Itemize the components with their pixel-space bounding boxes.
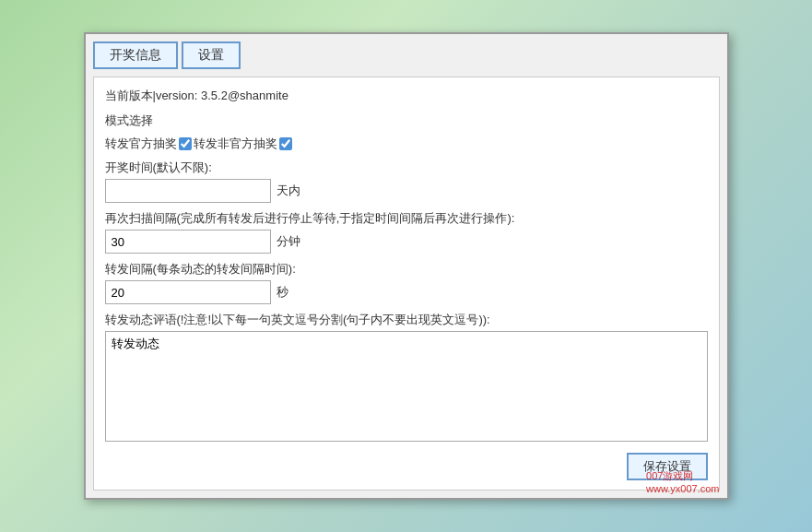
time-input-row: 天内 [105, 179, 708, 203]
mode-label: 模式选择 [105, 112, 708, 131]
kajiang-info-button[interactable]: 开奖信息 [93, 41, 178, 69]
forward-interval-input[interactable] [105, 280, 271, 304]
time-input[interactable] [105, 179, 271, 203]
unofficial-lottery-checkbox[interactable] [279, 137, 292, 150]
main-window: 开奖信息 设置 当前版本|version: 3.5.2@shanmite 模式选… [84, 32, 729, 501]
interval-input-row: 分钟 [105, 230, 708, 254]
interval-unit: 分钟 [277, 233, 300, 250]
forward-interval-unit: 秒 [277, 284, 288, 301]
comment-label: 转发动态评语(!注意!以下每一句英文逗号分割(句子内不要出现英文逗号)): [105, 312, 708, 328]
toolbar: 开奖信息 设置 [93, 41, 720, 69]
checkbox1-text: 转发官方抽奖 [105, 136, 177, 152]
checkbox1-label: 转发官方抽奖 [105, 136, 192, 152]
version-info: 当前版本|version: 3.5.2@shanmite [105, 87, 708, 106]
checkbox-row: 转发官方抽奖 转发非官方抽奖 [105, 136, 708, 152]
time-label: 开奖时间(默认不限): [105, 160, 708, 176]
content-area: 当前版本|version: 3.5.2@shanmite 模式选择 转发官方抽奖… [93, 77, 720, 491]
save-settings-button[interactable]: 保存设置 [627, 453, 708, 480]
settings-button[interactable]: 设置 [182, 41, 241, 69]
comment-field-row: 转发动态评语(!注意!以下每一句英文逗号分割(句子内不要出现英文逗号)): 转发… [105, 312, 708, 445]
comment-textarea[interactable]: 转发动态 [105, 331, 708, 442]
checkbox2-text: 转发非官方抽奖 [194, 136, 277, 152]
interval-field-row: 再次扫描间隔(完成所有转发后进行停止等待,于指定时间间隔后再次进行操作): 分钟 [105, 210, 708, 254]
interval-label: 再次扫描间隔(完成所有转发后进行停止等待,于指定时间间隔后再次进行操作): [105, 210, 708, 227]
interval-input[interactable] [105, 230, 271, 254]
checkbox2-label: 转发非官方抽奖 [194, 136, 292, 152]
time-field-row: 开奖时间(默认不限): 天内 [105, 160, 708, 203]
forward-interval-input-row: 秒 [105, 280, 708, 304]
forward-interval-label: 转发间隔(每条动态的转发间隔时间): [105, 261, 708, 278]
save-btn-row: 保存设置 [105, 453, 708, 480]
time-unit: 天内 [277, 183, 300, 199]
forward-interval-field-row: 转发间隔(每条动态的转发间隔时间): 秒 [105, 261, 708, 304]
official-lottery-checkbox[interactable] [179, 137, 192, 150]
